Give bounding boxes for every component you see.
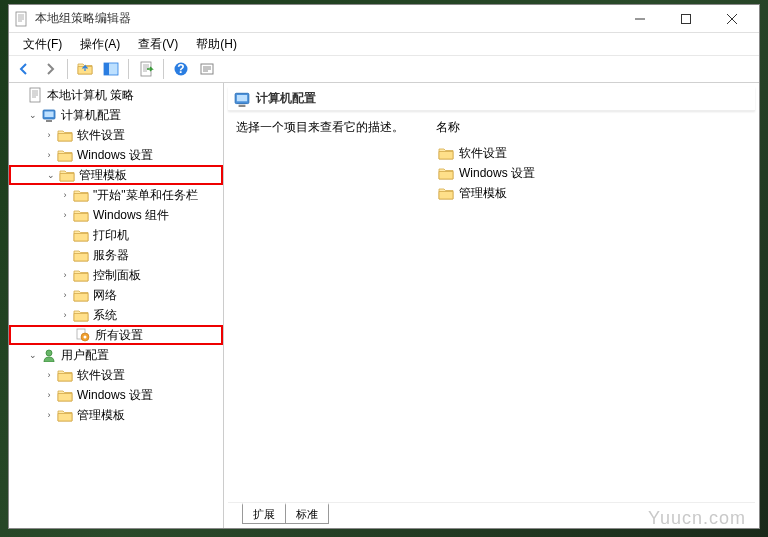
folder-icon — [73, 287, 89, 303]
tree-printer[interactable]: 打印机 — [9, 225, 223, 245]
tree-control-panel[interactable]: › 控制面板 — [9, 265, 223, 285]
tree-label: 软件设置 — [77, 127, 125, 144]
up-button[interactable] — [74, 58, 96, 80]
tree-admin-templates[interactable]: ⌄ 管理模板 — [9, 165, 223, 185]
tree-toggle[interactable]: › — [57, 287, 73, 303]
help-button[interactable] — [170, 58, 192, 80]
content-title: 计算机配置 — [256, 90, 316, 107]
folder-icon — [438, 166, 454, 180]
list-item[interactable]: 管理模板 — [436, 183, 747, 203]
tree-toggle[interactable]: › — [57, 207, 73, 223]
folder-icon — [73, 207, 89, 223]
tree-toggle[interactable] — [59, 327, 75, 343]
svg-rect-12 — [104, 63, 109, 75]
back-button[interactable] — [13, 58, 35, 80]
folder-icon — [57, 367, 73, 383]
tree-toggle[interactable]: › — [41, 387, 57, 403]
menu-help[interactable]: 帮助(H) — [188, 34, 245, 55]
tree-label: 服务器 — [93, 247, 129, 264]
tab-extended[interactable]: 扩展 — [242, 503, 286, 524]
toolbar-separator — [128, 59, 129, 79]
folder-icon — [57, 387, 73, 403]
minimize-button[interactable] — [617, 5, 663, 33]
tree-toggle[interactable]: ⌄ — [25, 347, 41, 363]
tree-label: 控制面板 — [93, 267, 141, 284]
tree-start-menu[interactable]: › "开始"菜单和任务栏 — [9, 185, 223, 205]
forward-button[interactable] — [39, 58, 61, 80]
tree-all-settings[interactable]: 所有设置 — [9, 325, 223, 345]
tree-toggle[interactable]: › — [41, 147, 57, 163]
folder-icon — [438, 146, 454, 160]
menu-action[interactable]: 操作(A) — [72, 34, 128, 55]
toolbar-separator — [67, 59, 68, 79]
tree-network[interactable]: › 网络 — [9, 285, 223, 305]
filter-button[interactable] — [196, 58, 218, 80]
tree-root[interactable]: 本地计算机 策略 — [9, 85, 223, 105]
tree-toggle[interactable]: › — [41, 367, 57, 383]
tree-label: Windows 设置 — [77, 387, 153, 404]
doc-icon — [27, 87, 43, 103]
tree-label: 软件设置 — [77, 367, 125, 384]
tree-pane[interactable]: 本地计算机 策略 ⌄ 计算机配置 › 软件设置 › Windows 设置 ⌄ 管… — [9, 83, 224, 528]
maximize-button[interactable] — [663, 5, 709, 33]
tree-toggle[interactable]: › — [57, 307, 73, 323]
tree-windows-components[interactable]: › Windows 组件 — [9, 205, 223, 225]
tree-toggle[interactable] — [57, 247, 73, 263]
tab-standard[interactable]: 标准 — [285, 503, 329, 524]
close-button[interactable] — [709, 5, 755, 33]
list-item-label: 软件设置 — [459, 145, 507, 162]
list-item[interactable]: Windows 设置 — [436, 163, 747, 183]
folder-icon — [73, 247, 89, 263]
tree-label: 打印机 — [93, 227, 129, 244]
column-header-name[interactable]: 名称 — [436, 119, 747, 137]
tree-system[interactable]: › 系统 — [9, 305, 223, 325]
tree-label: 管理模板 — [79, 167, 127, 184]
body: 本地计算机 策略 ⌄ 计算机配置 › 软件设置 › Windows 设置 ⌄ 管… — [9, 83, 759, 528]
tree-label: 系统 — [93, 307, 117, 324]
details-button[interactable] — [100, 58, 122, 80]
folder-icon — [73, 307, 89, 323]
toolbar-separator — [163, 59, 164, 79]
tree-server[interactable]: 服务器 — [9, 245, 223, 265]
folder-icon — [57, 147, 73, 163]
folder-icon — [73, 227, 89, 243]
export-button[interactable] — [135, 58, 157, 80]
tree-label: 管理模板 — [77, 407, 125, 424]
tree-toggle[interactable] — [11, 87, 27, 103]
tree-label: 网络 — [93, 287, 117, 304]
tree-u-windows[interactable]: › Windows 设置 — [9, 385, 223, 405]
tree-label: 本地计算机 策略 — [47, 87, 134, 104]
tree-toggle[interactable] — [57, 227, 73, 243]
tree-user-config[interactable]: ⌄ 用户配置 — [9, 345, 223, 365]
folder-icon — [57, 407, 73, 423]
tree-toggle[interactable]: › — [41, 127, 57, 143]
tree-label: Windows 设置 — [77, 147, 153, 164]
tree-label: 计算机配置 — [61, 107, 121, 124]
tree-toggle[interactable]: › — [57, 187, 73, 203]
tree-label: 用户配置 — [61, 347, 109, 364]
tree-u-software[interactable]: › 软件设置 — [9, 365, 223, 385]
menu-file[interactable]: 文件(F) — [15, 34, 70, 55]
window-controls — [617, 5, 755, 33]
menu-view[interactable]: 查看(V) — [130, 34, 186, 55]
content-pane: 计算机配置 选择一个项目来查看它的描述。 名称 软件设置 Windows 设置 — [224, 83, 759, 528]
tree-software-settings[interactable]: › 软件设置 — [9, 125, 223, 145]
tree-u-admin[interactable]: › 管理模板 — [9, 405, 223, 425]
tree-label: Windows 组件 — [93, 207, 169, 224]
tree-toggle[interactable]: ⌄ — [25, 107, 41, 123]
computer-icon — [41, 107, 57, 123]
tree-computer-config[interactable]: ⌄ 计算机配置 — [9, 105, 223, 125]
window-title: 本地组策略编辑器 — [35, 10, 617, 27]
folder-icon — [57, 127, 73, 143]
list-item-label: 管理模板 — [459, 185, 507, 202]
tree-windows-settings[interactable]: › Windows 设置 — [9, 145, 223, 165]
tree-toggle[interactable]: › — [41, 407, 57, 423]
description-text: 选择一个项目来查看它的描述。 — [236, 119, 424, 136]
folder-icon — [73, 267, 89, 283]
folder-icon — [73, 187, 89, 203]
content-body: 选择一个项目来查看它的描述。 名称 软件设置 Windows 设置 管理模板 — [224, 111, 759, 502]
list-item[interactable]: 软件设置 — [436, 143, 747, 163]
tree-toggle[interactable]: › — [57, 267, 73, 283]
tree-toggle[interactable]: ⌄ — [43, 167, 59, 183]
tree-label: 所有设置 — [95, 327, 143, 344]
